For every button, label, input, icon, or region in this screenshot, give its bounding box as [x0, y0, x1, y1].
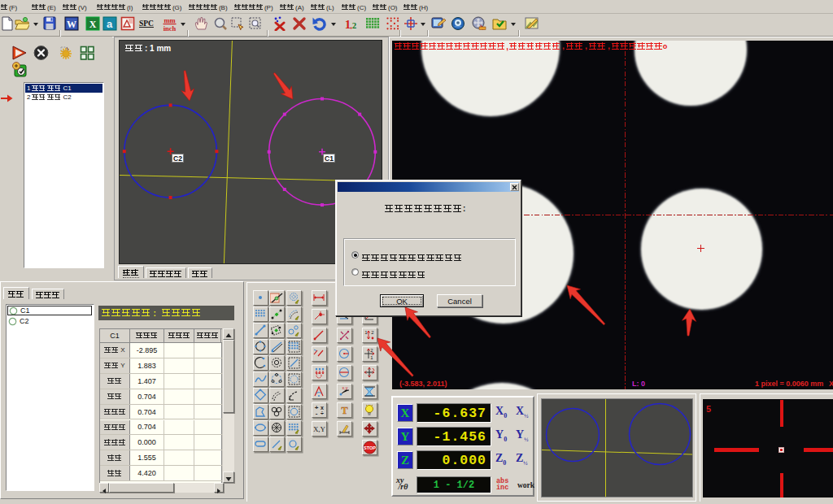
svg-text:SPC: SPC	[139, 20, 154, 28]
svg-text:W: W	[67, 19, 76, 30]
svg-text:2: 2	[352, 20, 357, 30]
svg-text:inch: inch	[164, 24, 177, 32]
svg-text:X,Y: X,Y	[313, 425, 326, 433]
svg-text:mm: mm	[164, 16, 175, 24]
svg-text:x: x	[321, 405, 324, 411]
svg-text:-: -	[316, 410, 318, 417]
svg-text:X: X	[89, 19, 97, 30]
svg-text:÷: ÷	[321, 411, 324, 416]
svg-text:STOP: STOP	[364, 445, 376, 450]
svg-text:T: T	[341, 405, 347, 416]
svg-text:a: a	[107, 18, 113, 30]
svg-text:1: 1	[345, 18, 351, 31]
